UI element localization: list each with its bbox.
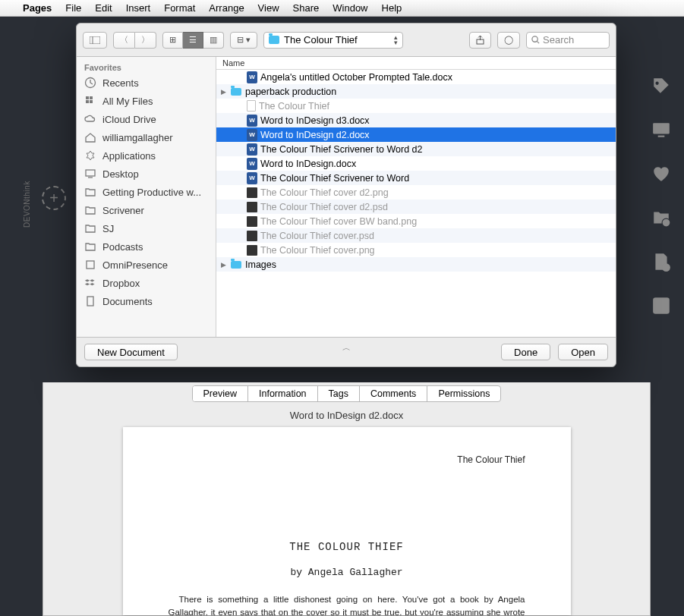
sidebar-item[interactable]: Documents (77, 292, 216, 310)
open-dialog: 〈 〉 ⊞ ☰ ▥ ⊟ ▾ The Colour Thief ▴▾ ◯ Sear… (76, 23, 616, 367)
file-row[interactable]: The Colour Thief cover BW band.png (216, 214, 616, 228)
finder-icon[interactable] (651, 296, 671, 316)
file-row[interactable]: WThe Colour Thief Scrivener to Word (216, 171, 616, 185)
svg-point-2 (662, 218, 670, 227)
folder-clock-icon[interactable] (651, 208, 671, 228)
view-columns-button[interactable]: ▥ (203, 32, 224, 49)
tag-icon[interactable] (651, 76, 671, 96)
add-placeholder-icon[interactable]: + (42, 186, 66, 210)
sidebar-item[interactable]: Scrivener (77, 201, 216, 219)
preview-tab[interactable]: Preview (193, 386, 248, 401)
sidebar-item[interactable]: Podcasts (77, 237, 216, 256)
app-menu[interactable]: Pages (23, 2, 52, 14)
sidebar-item-label: Scrivener (102, 205, 144, 216)
nav-forward-button[interactable]: 〉 (135, 32, 156, 49)
sidebar-item[interactable]: Getting Productive w... (77, 183, 216, 201)
file-name: The Colour Thief cover d2.png (260, 187, 389, 198)
file-row[interactable]: WWord to InDesign d2.docx (216, 127, 616, 142)
sidebar-item[interactable]: williamgallagher (77, 128, 216, 146)
menu-file[interactable]: File (65, 2, 81, 14)
sidebar-toggle-button[interactable] (83, 32, 107, 49)
file-row[interactable]: WThe Colour Thief Scrivener to Word d2 (216, 142, 616, 156)
file-name: Word to InDesign.docx (260, 159, 356, 169)
sidebar-item[interactable]: Recents (77, 74, 216, 92)
doc-clock-icon[interactable] (651, 252, 671, 272)
sidebar-item[interactable]: SJ (77, 219, 216, 237)
menu-help[interactable]: Help (382, 2, 402, 14)
sidebar-item[interactable]: OmniPresence (77, 256, 216, 274)
file-row[interactable]: The Colour Thief cover.png (216, 243, 616, 257)
document-author: by Angela Gallagher (169, 567, 525, 578)
file-row[interactable]: WAngela's untitled October Prompted Tale… (216, 70, 616, 84)
open-button[interactable]: Open (558, 344, 608, 360)
file-row[interactable]: WWord to InDesign d3.docx (216, 113, 616, 127)
file-row[interactable]: ▶paperback production (216, 84, 616, 99)
file-name: Images (245, 259, 276, 270)
svg-rect-11 (86, 96, 89, 99)
image-file-icon (247, 216, 257, 227)
sidebar-item-label: Documents (102, 296, 153, 307)
sidebar-item-label: iCloud Drive (102, 114, 156, 125)
done-button[interactable]: Done (501, 344, 550, 360)
column-header-name[interactable]: Name (216, 57, 616, 70)
heart-icon[interactable] (651, 164, 671, 184)
file-row[interactable]: WWord to InDesign.docx (216, 156, 616, 171)
file-row[interactable]: The Colour Thief (216, 99, 616, 113)
view-group-button[interactable]: ⊟ ▾ (230, 32, 257, 49)
preview-tab[interactable]: Permissions (427, 386, 500, 401)
view-icons-button[interactable]: ⊞ (162, 32, 183, 49)
sidebar-item[interactable]: Desktop (77, 165, 216, 183)
menu-format[interactable]: Format (164, 2, 195, 14)
expand-triangle-icon[interactable]: ▶ (219, 88, 227, 96)
devonthink-label: DEVONthink (23, 181, 31, 228)
sidebar-item[interactable]: Dropbox (77, 274, 216, 292)
menu-share[interactable]: Share (293, 2, 320, 14)
preview-tab[interactable]: Tags (318, 386, 360, 401)
svg-rect-0 (653, 123, 670, 134)
sidebar-item-label: Podcasts (102, 241, 143, 253)
display-icon[interactable] (651, 120, 671, 140)
expand-triangle-icon[interactable]: ▶ (219, 261, 227, 269)
svg-point-3 (662, 263, 670, 272)
path-popup[interactable]: The Colour Thief ▴▾ (263, 32, 403, 49)
file-rows: WAngela's untitled October Prompted Tale… (216, 70, 616, 337)
dialog-bottom-bar: New Document ︿ Done Open (77, 338, 616, 366)
nav-back-button[interactable]: 〈 (113, 32, 135, 49)
svg-rect-1 (658, 136, 665, 137)
image-file-icon (247, 202, 257, 212)
tags-button[interactable]: ◯ (497, 32, 520, 49)
preview-tab[interactable]: Comments (360, 386, 427, 401)
sidebar-header: Favorites (77, 60, 216, 74)
file-row[interactable]: ▶Images (216, 257, 616, 272)
sidebar-item[interactable]: All My Files (77, 92, 216, 110)
menu-view[interactable]: View (258, 2, 279, 14)
sidebar-item-label: Dropbox (102, 278, 140, 289)
svg-rect-15 (86, 170, 95, 176)
file-row[interactable]: The Colour Thief cover d2.png (216, 185, 616, 200)
file-row[interactable]: The Colour Thief cover.psd (216, 228, 616, 243)
menu-insert[interactable]: Insert (126, 2, 151, 14)
generic-doc-icon (247, 100, 256, 112)
menu-window[interactable]: Window (333, 2, 367, 14)
document-title: THE COLOUR THIEF (169, 541, 525, 553)
new-document-button[interactable]: New Document (84, 344, 178, 360)
file-row[interactable]: The Colour Thief cover d2.psd (216, 200, 616, 214)
sidebar-item-label: Applications (102, 150, 156, 162)
share-button[interactable] (469, 32, 491, 49)
sidebar-item[interactable]: Applications (77, 146, 216, 165)
sidebar-item[interactable]: iCloud Drive (77, 110, 216, 128)
search-field[interactable]: Search (526, 32, 610, 49)
image-file-icon (247, 187, 257, 198)
preview-tab[interactable]: Information (248, 386, 318, 401)
sidebar-item-label: williamgallagher (102, 132, 173, 143)
preview-pane: PreviewInformationTagsCommentsPermission… (43, 382, 651, 616)
word-doc-icon: W (247, 143, 257, 156)
menu-arrange[interactable]: Arrange (209, 2, 244, 14)
expand-chevron-icon[interactable]: ︿ (342, 342, 351, 354)
view-list-button[interactable]: ☰ (183, 32, 203, 49)
preview-filename: Word to InDesign d2.docx (290, 410, 403, 421)
word-doc-icon: W (247, 115, 257, 127)
file-browser: Favorites RecentsAll My FilesiCloud Driv… (77, 57, 616, 338)
menu-edit[interactable]: Edit (95, 2, 112, 14)
image-file-icon (247, 245, 257, 256)
